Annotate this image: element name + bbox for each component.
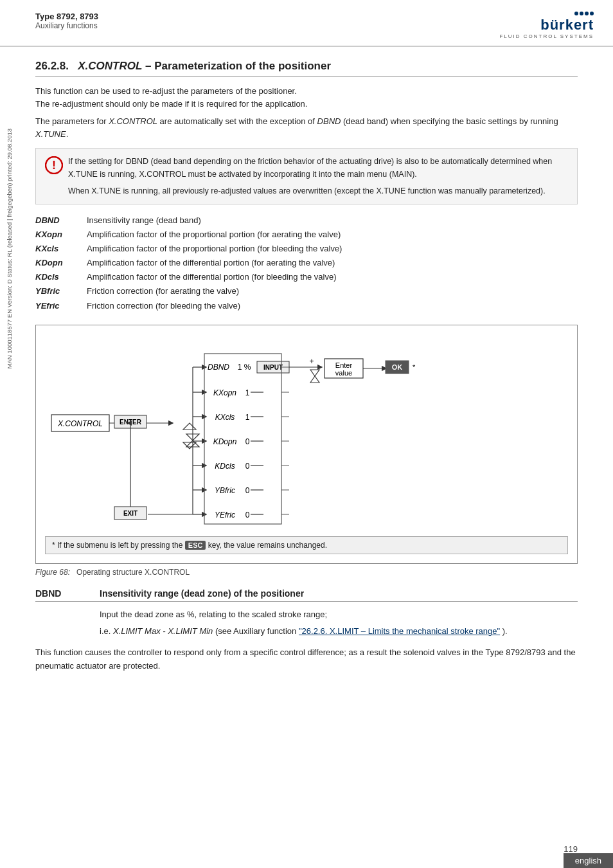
diagram-container: X.CONTROL ENTER [35, 325, 578, 564]
svg-text:OK: OK [392, 363, 403, 371]
param-desc-yefric: Friction correction (for bleeding the va… [87, 299, 240, 313]
svg-text:YEfric: YEfric [215, 511, 235, 520]
svg-text:*: * [413, 363, 416, 371]
esc-note-suffix: key, the value remains unchanged. [208, 541, 327, 550]
logo-subtitle: FLUID CONTROL SYSTEMS [499, 33, 594, 39]
svg-text:EXIT: EXIT [123, 510, 138, 517]
subsection-body3: This function causes the controller to r… [35, 646, 578, 673]
param-desc-kxopn: Amplification factor of the proportional… [87, 228, 341, 242]
subsection-title-dbnd: Insensitivity range (dead zone) of the p… [100, 588, 304, 599]
header: Type 8792, 8793 Auxiliary functions bürk… [0, 0, 613, 47]
param-row-kxopn: KXopn Amplification factor of the propor… [35, 228, 578, 242]
page-number: 119 [564, 844, 578, 854]
param-row-kxcls: KXcls Amplification factor of the propor… [35, 242, 578, 256]
param-row-kdcls: KDcls Amplification factor of the differ… [35, 270, 578, 284]
svg-text:0: 0 [245, 462, 250, 471]
param-desc-kdcls: Amplification factor of the differential… [87, 270, 337, 284]
header-title: Type 8792, 8793 [35, 12, 98, 21]
notice-para2: When X.TUNE is running, all previously r… [68, 185, 568, 197]
logo-dot-3 [585, 12, 589, 15]
section-number: 26.2.8. [35, 60, 69, 72]
logo-burkert: bürkert [540, 17, 594, 33]
subsection-name-dbnd: DBND [35, 588, 80, 599]
params-table: DBND Insensitivity range (dead band) KXo… [35, 213, 578, 313]
svg-text:!: ! [52, 159, 56, 172]
esc-note: * If the submenu is left by pressing the… [45, 536, 568, 554]
header-subtitle: Auxiliary functions [35, 21, 98, 30]
param-row-kdopn: KDopn Amplification factor of the differ… [35, 256, 578, 270]
svg-text:0: 0 [245, 437, 250, 446]
logo-dot-4 [590, 12, 594, 15]
subsection-body1: Input the dead zone as %, relating to th… [100, 608, 578, 622]
param-row-ybfric: YBfric Friction correction (for aerating… [35, 284, 578, 298]
svg-text:value: value [335, 369, 352, 377]
svg-text:KXcls: KXcls [215, 413, 235, 422]
link-26-2-6: "26.2.6. X.LIMIT – Limits the mechanical… [299, 626, 500, 636]
logo-area: bürkert FLUID CONTROL SYSTEMS [499, 12, 594, 39]
caption-text: Operating structure X.CONTROL [76, 568, 190, 577]
notice-para1: If the setting for DBND (dead band depen… [68, 155, 568, 181]
param-name-dbnd: DBND [35, 213, 74, 228]
subsection-body-dbnd: Input the dead zone as %, relating to th… [35, 608, 578, 639]
section-title-rest: – Parameterization of the positioner [145, 60, 331, 72]
subsection-body2: i.e. X.LIMIT Max - X.LIMIT Min (see Auxi… [100, 625, 578, 638]
svg-marker-19 [310, 370, 319, 376]
caption-fig: Figure 68: [35, 568, 70, 577]
side-text: MAN 1000118577 EN Version: D Status: RL … [5, 129, 13, 368]
svg-text:0: 0 [245, 511, 250, 520]
param-row-dbnd: DBND Insensitivity range (dead band) [35, 213, 578, 228]
svg-text:1 %: 1 % [238, 363, 251, 372]
logo-dots [574, 12, 594, 15]
esc-note-prefix: * If the submenu is left by pressing the [52, 541, 182, 550]
svg-text:KDopn: KDopn [213, 437, 237, 446]
diagram-svg: X.CONTROL ENTER [45, 334, 572, 534]
svg-text:KDcls: KDcls [215, 462, 235, 471]
diagram-caption: Figure 68: Operating structure X.CONTROL [35, 568, 578, 577]
intro-line1: This function can be used to re-adjust t… [35, 85, 578, 110]
svg-marker-67 [183, 423, 196, 429]
param-desc-kxcls: Amplification factor of the proportional… [87, 242, 342, 256]
section-title-italic: X.CONTROL [78, 60, 142, 72]
logo-dot-1 [574, 12, 578, 15]
subsection-dbnd: DBND Insensitivity range (dead zone) of … [35, 588, 578, 673]
param-desc-kdopn: Amplification factor of the differential… [87, 256, 335, 270]
svg-marker-20 [310, 376, 319, 383]
esc-badge: ESC [185, 541, 206, 550]
svg-text:1: 1 [245, 388, 250, 397]
param-name-yefric: YEfric [35, 299, 74, 313]
svg-text:1: 1 [245, 413, 250, 422]
param-desc-dbnd: Insensitivity range (dead band) [87, 213, 201, 228]
param-name-kxcls: KXcls [35, 242, 74, 256]
intro-line3: The parameters for X.CONTROL are automat… [35, 115, 578, 140]
subsection-header-dbnd: DBND Insensitivity range (dead zone) of … [35, 588, 578, 602]
svg-text:DBND: DBND [208, 363, 229, 372]
param-row-yefric: YEfric Friction correction (for bleeding… [35, 299, 578, 313]
header-left: Type 8792, 8793 Auxiliary functions [35, 12, 98, 30]
svg-text:Enter: Enter [335, 361, 353, 369]
svg-text:+: + [309, 357, 314, 366]
svg-text:INPUT: INPUT [263, 364, 283, 371]
svg-text:0: 0 [245, 486, 250, 495]
section-title: 26.2.8. X.CONTROL – Parameterization of … [35, 60, 578, 77]
param-name-kdopn: KDopn [35, 256, 74, 270]
main-content: 26.2.8. X.CONTROL – Parameterization of … [0, 47, 613, 686]
param-desc-ybfric: Friction correction (for aerating the va… [87, 284, 239, 298]
notice-box: ! If the setting for DBND (dead band dep… [35, 148, 578, 204]
logo-dot-2 [580, 12, 583, 15]
notice-icon: ! [45, 156, 60, 178]
svg-text:X.CONTROL: X.CONTROL [57, 419, 103, 428]
notice-content: If the setting for DBND (dead band depen… [68, 155, 568, 197]
footer-lang: english [564, 853, 613, 868]
svg-text:YBfric: YBfric [215, 486, 235, 495]
svg-text:KXopn: KXopn [213, 388, 236, 397]
param-name-ybfric: YBfric [35, 284, 74, 298]
param-name-kxopn: KXopn [35, 228, 74, 242]
param-name-kdcls: KDcls [35, 270, 74, 284]
